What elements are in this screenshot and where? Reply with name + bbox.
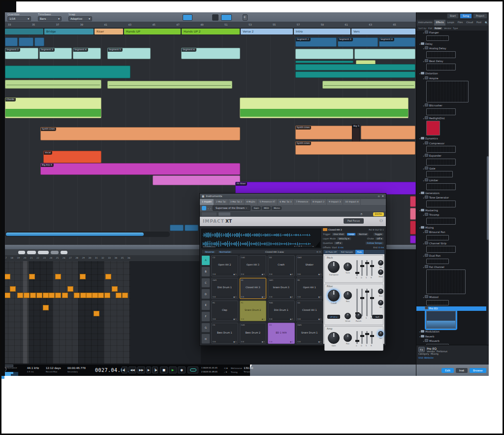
prev-button[interactable]: ◀▏	[122, 367, 127, 373]
pad-shaker[interactable]: D#2ShakerS M◼ 1	[296, 255, 323, 276]
clip[interactable]: Segment 5	[107, 48, 151, 59]
plugin-thumbnail[interactable]	[426, 159, 456, 166]
drum-note[interactable]	[4, 274, 10, 279]
slider-thumb[interactable]	[370, 297, 374, 299]
clip[interactable]: Segment 3	[338, 37, 378, 47]
drum-note[interactable]	[86, 293, 92, 298]
clip[interactable]	[295, 64, 415, 70]
drum-note[interactable]	[30, 293, 36, 298]
expand-arrow-icon[interactable]: ▾	[419, 137, 420, 140]
expand-arrow-icon[interactable]: ▾	[419, 331, 420, 333]
visit-website-link[interactable]: Visit Website	[418, 357, 487, 359]
pad-solo-mute[interactable]: S M	[298, 318, 301, 320]
quantize-value[interactable]: 1/16	[9, 17, 15, 21]
browser-tab-loops[interactable]: Loops	[445, 20, 456, 26]
filter-mode-select[interactable]: LP 24 ▾	[327, 315, 340, 319]
panel-tab-pads[interactable]: Pads	[355, 250, 364, 254]
drum-note[interactable]	[92, 293, 98, 298]
expand-arrow-icon[interactable]: ▸	[423, 77, 424, 80]
quantize-control[interactable]: Quantize 1/16▾	[7, 13, 31, 21]
tree-folder[interactable]: ▾Delay	[416, 42, 486, 47]
tree-item[interactable]: ▸Mixverb	[416, 339, 486, 344]
bank-button-f[interactable]: F	[201, 311, 210, 322]
snap-control[interactable]: Snap Adaptive▾	[68, 13, 92, 21]
plugin-thumbnail[interactable]	[426, 246, 456, 253]
gain-knob[interactable]	[328, 332, 340, 344]
clip[interactable]	[107, 81, 232, 89]
drum-note[interactable]	[122, 293, 128, 298]
plugin-thumbnail[interactable]	[426, 300, 449, 305]
trigger-option-one-shot[interactable]: One Shot	[332, 233, 346, 236]
punch-knob[interactable]	[355, 313, 362, 319]
pad-solo-mute[interactable]: S M	[269, 273, 272, 275]
tree-item[interactable]: ▸Bitcrusher	[416, 103, 486, 108]
normalize-button[interactable]: Normalize	[218, 250, 233, 254]
plugin-thumbnail[interactable]	[426, 81, 469, 102]
mod-knob[interactable]	[378, 269, 383, 275]
zoom-icons[interactable]: ⊞ ⊟	[316, 251, 321, 253]
clip[interactable]: Chords	[5, 98, 101, 118]
pad-solo-mute[interactable]: S M	[298, 341, 301, 343]
slider-thumb[interactable]	[365, 262, 369, 264]
expand-arrow-icon[interactable]: ▸	[423, 167, 424, 170]
browser-tab-pool[interactable]: Pool	[474, 20, 483, 26]
arranger-section[interactable]: Hands UP 2	[182, 29, 240, 34]
pad-solo-mute[interactable]: S M	[298, 273, 301, 275]
instrument-tab[interactable]: 8 Impact 2	[311, 199, 327, 205]
clip[interactable]	[295, 49, 353, 59]
tree-item[interactable]: ▸Dual Pan	[416, 254, 486, 259]
instrument-tab[interactable]: 4 Mojito	[245, 199, 258, 205]
edit-button[interactable]: Edit	[441, 368, 454, 373]
expand-arrow-icon[interactable]: ▾	[419, 192, 420, 195]
stop-button[interactable]: ■	[160, 367, 168, 373]
vel-knob[interactable]	[378, 300, 383, 305]
instrument-tab[interactable]: 1 Impakt	[200, 199, 214, 205]
plugin-thumbnail[interactable]	[426, 64, 456, 70]
clip[interactable]	[410, 235, 416, 243]
preset-name[interactable]: Supersaw of the Dream ×	[213, 205, 251, 211]
record-button[interactable]: ●	[178, 367, 186, 373]
expand-arrow-icon[interactable]: ▸	[423, 179, 424, 182]
pad-solo-mute[interactable]: S M	[269, 296, 272, 298]
editor-ruler[interactable]: 1718192021222324252627282930313233343536	[1, 255, 201, 261]
tree-item[interactable]: ▸Beat Delay	[416, 59, 486, 64]
expand-arrow-icon[interactable]: ▸	[423, 307, 424, 310]
prev-preset-icon[interactable]: ‹	[208, 207, 209, 210]
clip[interactable]	[5, 66, 130, 78]
arranger-section[interactable]: Intro	[294, 29, 350, 34]
add-track-button[interactable]: +	[243, 14, 248, 21]
editor-tool-button[interactable]	[18, 251, 25, 254]
pad-solo-mute[interactable]: S M	[241, 296, 244, 298]
pad-solo-mute[interactable]: S M	[241, 318, 244, 320]
loop-button[interactable]	[188, 367, 198, 373]
expand-arrow-icon[interactable]: ▸	[423, 214, 424, 216]
pad-solo-mute[interactable]: S M	[298, 296, 301, 298]
preset-midi-button[interactable]: MIDI	[262, 206, 271, 210]
next-button[interactable]: ▕▶	[152, 367, 158, 373]
clip[interactable]: Vocal	[43, 151, 101, 163]
drum-note[interactable]	[80, 274, 86, 279]
slider-thumb[interactable]	[355, 340, 359, 342]
browser-tab-effects[interactable]: Effects	[434, 20, 445, 26]
envelope-slider-a[interactable]	[356, 331, 358, 344]
tree-item[interactable]: ▸Analog Delay	[416, 46, 486, 51]
horizontal-scrollbar[interactable]	[5, 232, 170, 237]
drum-note[interactable]	[116, 293, 122, 298]
drum-note[interactable]	[62, 293, 68, 298]
plugin-thumbnail[interactable]	[426, 311, 456, 329]
arranger-section[interactable]: Riser	[94, 29, 123, 34]
clip[interactable]	[354, 49, 415, 59]
drum-note[interactable]	[98, 293, 104, 298]
reverse-button[interactable]: Reverse	[203, 250, 216, 254]
clip[interactable]	[170, 225, 184, 231]
expand-arrow-icon[interactable]: ▸	[423, 340, 424, 342]
autoscroll-button[interactable]	[183, 14, 192, 21]
transpose-knob[interactable]	[328, 261, 340, 273]
pad-open-hh-2[interactable]: C2Open HH 2S M◼ 1	[211, 255, 238, 276]
bank-button-b[interactable]: B	[201, 267, 210, 277]
editor-tool-button[interactable]	[61, 251, 67, 254]
next-preset-icon[interactable]: ›	[210, 207, 211, 210]
plugin-thumbnail[interactable]	[426, 269, 466, 294]
clip[interactable]: Synth Lines	[40, 127, 240, 140]
tree-item[interactable]: ▸Expander	[416, 154, 486, 159]
